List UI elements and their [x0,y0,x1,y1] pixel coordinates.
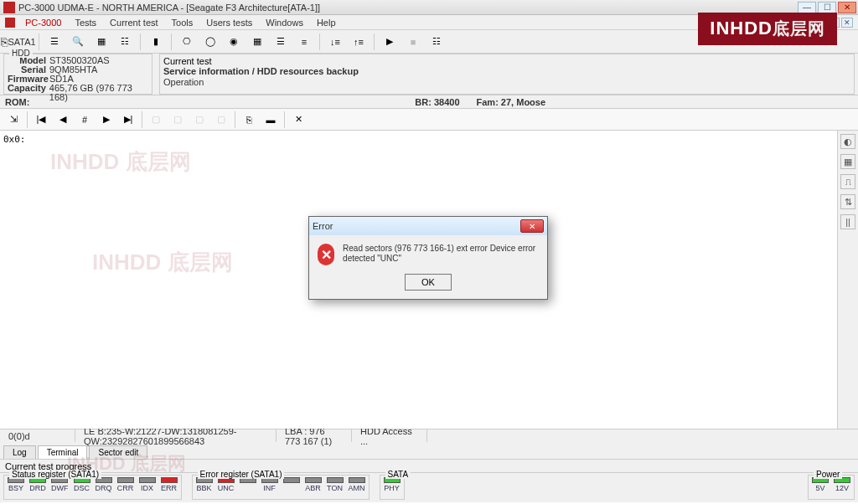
status-register-group: Status register (SATA1) BSYDRDDWFDSCDRQC… [3,475,182,500]
doc1-icon[interactable]: ▢ [146,111,166,129]
secondary-toolbar: ⇲ |◀ ◀ # ▶ ▶| ▢ ▢ ▢ ▢ ⎘ ▬ ✕ [0,109,858,131]
register-label: 12V [835,484,849,492]
status-cell-3: LBA : 976 773 167 (1) [277,429,352,442]
hdd-legend: HDD [9,49,33,58]
menu-current-test[interactable]: Current test [105,18,163,28]
maximize-button[interactable]: ☐ [818,2,836,13]
stop-button[interactable]: ■ [403,33,423,51]
tool-info-icon[interactable]: ☰ [44,33,65,51]
register-item: TON [327,477,344,497]
prev-icon[interactable]: ◀ [53,111,73,129]
doc2-icon[interactable]: ▢ [168,111,188,129]
window-buttons: — ☐ ✕ [798,2,856,13]
register-item: INF [261,477,278,497]
error-register-legend: Error register (SATA1) [198,470,285,479]
dialog-titlebar[interactable]: Error ✕ [309,217,547,235]
menu-tools[interactable]: Tools [167,18,199,28]
grid-nav-icon[interactable]: # [75,111,95,129]
dialog-ok-button[interactable]: OK [405,274,452,291]
tool-chip-icon[interactable]: ▮ [146,33,166,51]
baudrate-value: BR: 38400 [415,97,459,107]
tab-terminal[interactable]: Terminal [38,445,88,459]
tool-list-icon[interactable]: ☷ [115,33,135,51]
minimize-button[interactable]: — [798,2,816,13]
register-label: IDX [141,484,153,492]
register-item: AMN [349,477,365,497]
separator [27,111,28,128]
menu-pc3000[interactable]: PC-3000 [20,18,66,28]
watermark: INHDD 底层网 [92,248,233,277]
doc4-icon[interactable]: ▢ [211,111,231,129]
tool-track-icon[interactable]: ◉ [224,33,244,51]
dialog-close-button[interactable]: ✕ [520,219,544,233]
close-button[interactable]: ✕ [838,2,856,13]
separator [235,111,235,128]
status-row: 0(0)d LE B:235-W:21227-DW:1318081259-QW:… [0,429,858,442]
menu-users-tests[interactable]: Users tests [201,18,257,28]
menu-help[interactable]: Help [312,18,341,28]
info-panel: HDD ModelST3500320AS Serial9QM85HTA Firm… [0,54,858,95]
sata-register-legend: SATA [385,470,411,479]
side-pause-icon[interactable]: || [840,214,855,229]
capacity-label: Capacity [8,84,49,102]
register-item: ERR [161,477,178,497]
paste-icon[interactable]: ▬ [261,111,281,129]
register-item [240,477,256,497]
current-test-legend: Current test [163,56,850,66]
register-item: ABR [305,477,322,497]
operation-label: Operation [163,77,204,87]
register-label: 5V [815,484,824,492]
tool-text-icon[interactable]: ≡ [294,33,314,51]
tab-sector-edit[interactable]: Sector edit [89,445,147,459]
address-text: 0x0: [3,134,834,145]
register-label: ERR [161,484,177,492]
tool-head-icon[interactable]: ⎔ [177,33,197,51]
menu-windows[interactable]: Windows [261,18,308,28]
side-tool-2-icon[interactable]: ▦ [840,154,855,169]
tool-grid-icon[interactable]: ▦ [247,33,267,51]
register-label: ABR [305,484,321,492]
play-button[interactable]: ▶ [380,33,400,51]
register-label: BSY [8,484,23,492]
register-label: CRR [117,484,134,492]
register-label: DWF [51,484,69,492]
register-item: DWF [51,477,69,497]
tool-module-icon[interactable]: ▦ [91,33,111,51]
separator [319,33,320,50]
app-icon-small [5,18,15,28]
tab-log[interactable]: Log [3,445,36,459]
menu-tests[interactable]: Tests [70,18,101,28]
separator [374,33,375,50]
register-label: PHY [384,484,400,492]
watermark-logo: INHDD底层网 [698,13,837,45]
register-item: BBK [196,477,213,497]
tool-bars-icon[interactable]: ☰ [271,33,291,51]
last-icon[interactable]: ▶| [118,111,138,129]
child-close-button[interactable]: ✕ [841,18,853,28]
register-label: DRQ [96,484,112,492]
tool-cylinder-icon[interactable]: ◯ [200,33,220,51]
power-register-legend: Power [814,470,842,479]
register-label: BBK [196,484,211,492]
separator [171,33,172,50]
tool-sort-asc-icon[interactable]: ↓≡ [325,33,345,51]
next-icon[interactable]: ▶ [96,111,116,129]
register-led [161,477,178,483]
tool-search-icon[interactable]: 🔍 [68,33,88,51]
first-icon[interactable]: |◀ [31,111,51,129]
export-icon[interactable]: ⇲ [3,111,23,129]
side-tool-4-icon[interactable]: ⇅ [840,194,855,209]
side-tool-1-icon[interactable]: ◐ [840,134,855,149]
doc3-icon[interactable]: ▢ [189,111,209,129]
side-toolbar: ◐ ▦ ⎍ ⇅ || [838,131,858,429]
tool-sort-desc-icon[interactable]: ↑≡ [349,33,369,51]
app-icon [3,2,15,13]
register-led [139,477,156,483]
status-cell-4: HDD Access ... [352,429,427,442]
wrench-icon[interactable]: ✕ [288,111,308,129]
register-item: UNC [218,477,235,497]
sata-label: SATA1 [8,37,35,47]
side-tool-3-icon[interactable]: ⎍ [840,174,855,189]
copy-icon[interactable]: ⎘ [239,111,259,129]
list-button[interactable]: ☷ [426,33,447,51]
